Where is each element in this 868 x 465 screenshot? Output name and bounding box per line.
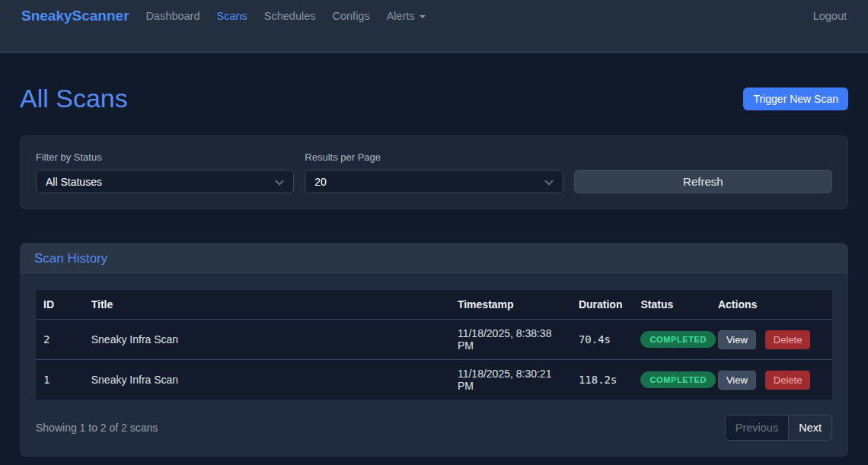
per-page-label: Results per Page xyxy=(305,151,563,163)
per-page-value: 20 xyxy=(314,176,327,188)
nav-item-dashboard[interactable]: Dashboard xyxy=(146,10,200,22)
pagination-next-button[interactable]: Next xyxy=(789,415,832,441)
trigger-new-scan-button[interactable]: Trigger New Scan xyxy=(743,88,848,110)
table-row: 1 Sneaky Infra Scan 11/18/2025, 8:30:21 … xyxy=(36,360,832,400)
page-header: All Scans Trigger New Scan xyxy=(20,84,848,113)
scan-title: Sneaky Infra Scan xyxy=(84,360,450,400)
scan-history-body: ID Title Timestamp Duration Status Actio… xyxy=(21,275,847,456)
scan-timestamp: 11/18/2025, 8:38:38 PM xyxy=(450,320,571,360)
page-title: All Scans xyxy=(20,84,128,113)
status-badge: COMPLETED xyxy=(640,331,715,348)
filter-status-group: Filter by Status All Statuses xyxy=(36,151,294,193)
chevron-down-icon xyxy=(276,177,284,185)
view-button[interactable]: View xyxy=(718,330,756,349)
filter-status-label: Filter by Status xyxy=(36,151,294,163)
table-row: 2 Sneaky Infra Scan 11/18/2025, 8:38:38 … xyxy=(36,320,832,360)
filter-perpage-group: Results per Page 20 xyxy=(305,151,563,193)
scan-history-card: Scan History ID Title Timestamp Duration… xyxy=(20,243,848,457)
nav-item-schedules[interactable]: Schedules xyxy=(264,10,316,22)
scan-duration: 70.4s xyxy=(571,320,633,360)
status-badge: COMPLETED xyxy=(640,371,715,388)
scan-id: 1 xyxy=(36,360,84,400)
nav-links: Dashboard Scans Schedules Configs Alerts xyxy=(146,10,813,22)
column-header-id: ID xyxy=(36,290,84,320)
scan-table: ID Title Timestamp Duration Status Actio… xyxy=(36,290,832,400)
nav-item-configs[interactable]: Configs xyxy=(333,10,370,22)
scan-title: Sneaky Infra Scan xyxy=(84,320,450,360)
per-page-select[interactable]: 20 xyxy=(305,170,563,193)
chevron-down-icon xyxy=(544,177,553,185)
nav-item-alerts-label: Alerts xyxy=(387,10,415,22)
caret-down-icon xyxy=(420,15,426,18)
pagination: Previous Next xyxy=(725,415,832,441)
delete-button[interactable]: Delete xyxy=(765,371,811,390)
column-header-status: Status xyxy=(633,290,710,320)
results-summary: Showing 1 to 2 of 2 scans xyxy=(36,422,158,434)
refresh-button[interactable]: Refresh xyxy=(574,170,832,193)
status-filter-select[interactable]: All Statuses xyxy=(36,170,294,193)
logout-link[interactable]: Logout xyxy=(813,10,847,22)
nav-item-scans[interactable]: Scans xyxy=(216,10,247,22)
status-filter-value: All Statuses xyxy=(46,176,102,188)
scan-id: 2 xyxy=(36,320,84,360)
navbar: SneakyScanner Dashboard Scans Schedules … xyxy=(0,0,868,53)
scan-history-title: Scan History xyxy=(34,251,834,266)
column-header-timestamp: Timestamp xyxy=(450,290,571,320)
filter-panel: Filter by Status All Statuses Results pe… xyxy=(20,135,848,209)
scan-duration: 118.2s xyxy=(571,360,633,400)
table-footer: Showing 1 to 2 of 2 scans Previous Next xyxy=(36,415,832,441)
pagination-previous-button[interactable]: Previous xyxy=(725,415,789,441)
column-header-title: Title xyxy=(84,290,450,320)
scan-timestamp: 11/18/2025, 8:30:21 PM xyxy=(450,360,571,400)
brand-logo[interactable]: SneakyScanner xyxy=(21,8,129,24)
column-header-actions: Actions xyxy=(710,290,832,320)
nav-item-alerts-dropdown[interactable]: Alerts xyxy=(387,10,426,22)
delete-button[interactable]: Delete xyxy=(765,330,811,349)
scan-history-header: Scan History xyxy=(21,244,847,275)
column-header-duration: Duration xyxy=(571,290,633,320)
view-button[interactable]: View xyxy=(718,371,756,390)
main-content: All Scans Trigger New Scan Filter by Sta… xyxy=(0,53,868,457)
filter-refresh-group: Refresh xyxy=(574,151,832,193)
table-header-row: ID Title Timestamp Duration Status Actio… xyxy=(36,290,832,320)
